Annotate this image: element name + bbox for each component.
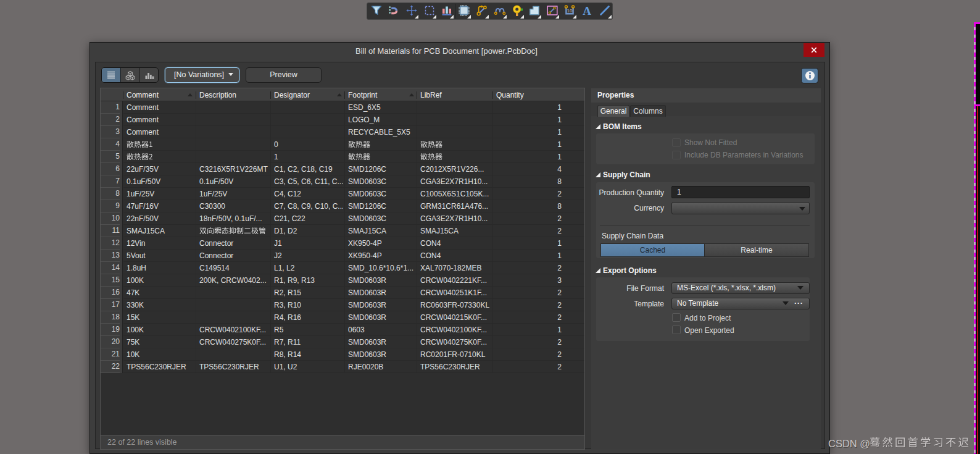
svg-text:A: A	[583, 4, 591, 17]
svg-text:10: 10	[567, 8, 573, 14]
